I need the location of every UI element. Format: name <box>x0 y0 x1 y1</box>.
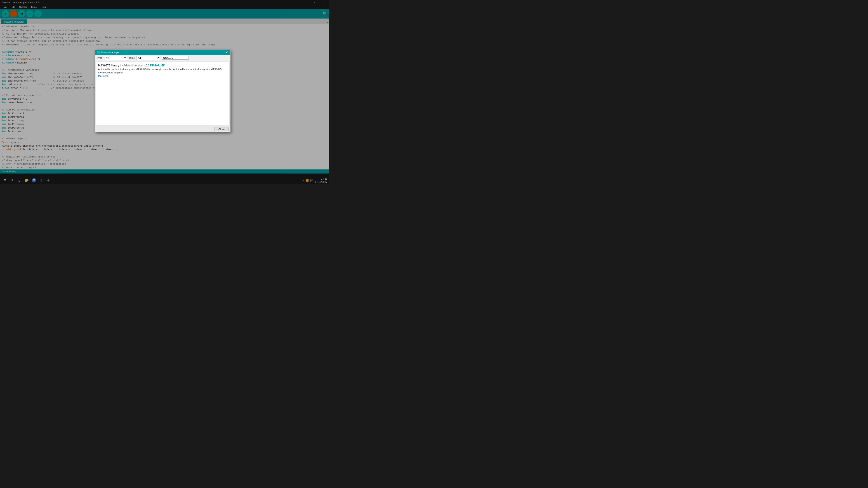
library-status: INSTALLED <box>150 64 165 67</box>
modal-logo-icon <box>97 51 100 54</box>
modal-title-label: Library Manager <box>101 51 119 54</box>
modal-close-button[interactable]: ✕ <box>225 51 228 54</box>
library-desc-bold: Arduino library for interfacing with MAX… <box>98 68 173 70</box>
library-name: MAX6675 library <box>98 64 119 67</box>
library-manager-dialog: Library Manager ✕ Type All Contributed R… <box>95 50 230 132</box>
topic-filter-label: Topic <box>129 57 135 59</box>
topic-filter-select[interactable]: All Communication Sensors <box>136 56 160 60</box>
library-more-info-link[interactable]: More info <box>98 74 108 77</box>
library-search-input[interactable] <box>162 56 189 60</box>
library-description: Arduino library for interfacing with MAX… <box>98 68 227 74</box>
library-close-button[interactable]: Close <box>215 127 228 131</box>
filter-bar: Type All Contributed Recommended Topic A… <box>95 55 230 61</box>
type-filter-select[interactable]: All Contributed Recommended <box>104 56 127 60</box>
library-entry-title: MAX6675 library by Adafruit Version 1.0.… <box>98 64 227 67</box>
modal-title: Library Manager <box>97 51 119 54</box>
library-version: Version 1.0.0 <box>133 64 150 67</box>
library-list[interactable]: MAX6675 library by Adafruit Version 1.0.… <box>96 62 229 125</box>
type-filter-label: Type <box>97 57 102 59</box>
library-author: by Adafruit <box>120 64 133 67</box>
library-entry: MAX6675 library by Adafruit Version 1.0.… <box>98 64 227 77</box>
modal-overlay: Library Manager ✕ Type All Contributed R… <box>0 0 329 184</box>
modal-footer: Close <box>95 126 230 132</box>
modal-titlebar: Library Manager ✕ <box>95 50 230 55</box>
